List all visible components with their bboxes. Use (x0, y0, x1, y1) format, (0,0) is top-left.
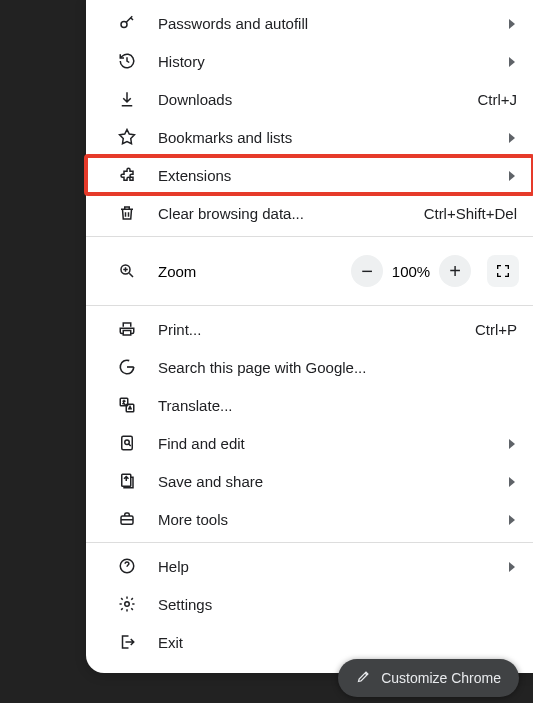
extension-icon (116, 166, 138, 184)
menu-shortcut: Ctrl+Shift+Del (424, 205, 517, 222)
zoom-icon (116, 262, 138, 280)
menu-shortcut: Ctrl+P (475, 321, 517, 338)
zoom-level: 100% (383, 263, 439, 280)
menu-label: Zoom (158, 263, 351, 280)
download-icon (116, 90, 138, 108)
menu-print[interactable]: Print... Ctrl+P (86, 310, 533, 348)
chevron-right-icon (507, 511, 517, 528)
menu-exit[interactable]: Exit (86, 623, 533, 661)
menu-extensions[interactable]: Extensions (86, 156, 533, 194)
divider (86, 236, 533, 237)
key-icon (116, 14, 138, 32)
menu-label: Clear browsing data... (158, 205, 304, 222)
chevron-right-icon (507, 15, 517, 32)
menu-label: Exit (158, 634, 183, 651)
menu-zoom: Zoom − 100% + (86, 241, 533, 301)
menu-label: Bookmarks and lists (158, 129, 292, 146)
menu-clear-data[interactable]: Clear browsing data... Ctrl+Shift+Del (86, 194, 533, 232)
menu-label: History (158, 53, 205, 70)
svg-point-0 (121, 22, 127, 28)
menu-passwords[interactable]: Passwords and autofill (86, 4, 533, 42)
menu-label: Downloads (158, 91, 232, 108)
svg-rect-4 (122, 436, 133, 450)
menu-translate[interactable]: Translate... (86, 386, 533, 424)
divider (86, 305, 533, 306)
chevron-right-icon (507, 167, 517, 184)
menu-label: Search this page with Google... (158, 359, 366, 376)
menu-label: Print... (158, 321, 201, 338)
print-icon (116, 320, 138, 338)
google-icon (116, 358, 138, 376)
pencil-icon (356, 669, 371, 687)
menu-label: Settings (158, 596, 212, 613)
customize-chrome-button[interactable]: Customize Chrome (338, 659, 519, 697)
exit-icon (116, 633, 138, 651)
menu-label: Save and share (158, 473, 263, 490)
fullscreen-button[interactable] (487, 255, 519, 287)
svg-point-9 (125, 602, 130, 607)
find-icon (116, 434, 138, 452)
zoom-out-button[interactable]: − (351, 255, 383, 287)
star-icon (116, 128, 138, 146)
menu-google-search[interactable]: Search this page with Google... (86, 348, 533, 386)
chevron-right-icon (507, 129, 517, 146)
divider (86, 542, 533, 543)
share-icon (116, 472, 138, 490)
briefcase-icon (116, 510, 138, 528)
menu-settings[interactable]: Settings (86, 585, 533, 623)
chevron-right-icon (507, 53, 517, 70)
menu-label: Translate... (158, 397, 232, 414)
settings-icon (116, 595, 138, 613)
browser-menu: Passwords and autofill History Downloads… (86, 0, 533, 673)
menu-history[interactable]: History (86, 42, 533, 80)
zoom-in-button[interactable]: + (439, 255, 471, 287)
menu-label: More tools (158, 511, 228, 528)
menu-label: Extensions (158, 167, 231, 184)
menu-label: Find and edit (158, 435, 245, 452)
menu-label: Help (158, 558, 189, 575)
menu-bookmarks[interactable]: Bookmarks and lists (86, 118, 533, 156)
customize-label: Customize Chrome (381, 670, 501, 686)
menu-find[interactable]: Find and edit (86, 424, 533, 462)
chevron-right-icon (507, 558, 517, 575)
menu-save-share[interactable]: Save and share (86, 462, 533, 500)
history-icon (116, 52, 138, 70)
menu-downloads[interactable]: Downloads Ctrl+J (86, 80, 533, 118)
help-icon (116, 557, 138, 575)
trash-icon (116, 204, 138, 222)
chevron-right-icon (507, 435, 517, 452)
menu-shortcut: Ctrl+J (477, 91, 517, 108)
menu-help[interactable]: Help (86, 547, 533, 585)
menu-label: Passwords and autofill (158, 15, 308, 32)
translate-icon (116, 396, 138, 414)
chevron-right-icon (507, 473, 517, 490)
menu-more-tools[interactable]: More tools (86, 500, 533, 538)
